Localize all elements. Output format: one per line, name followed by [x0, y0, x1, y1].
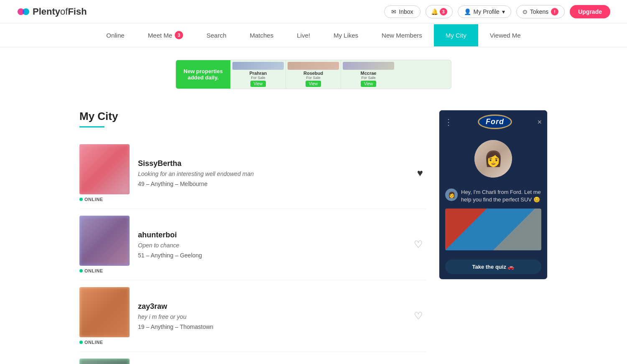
chevron-down-icon: ▾ [502, 8, 505, 15]
avatar-wrap-4 [79, 359, 130, 364]
ford-logo: Ford [478, 115, 512, 129]
avatar-4 [79, 359, 130, 364]
avatar-wrap-1: ONLINE [79, 144, 130, 202]
member-bio-3: hey i m free or you [138, 313, 426, 320]
member-name-3: zay3raw [138, 302, 426, 311]
notifications-button[interactable]: 🔔 3 [426, 5, 453, 18]
ad-banner: New properties added daily. Prahran For … [176, 60, 451, 89]
online-dot-1 [79, 198, 83, 201]
nav-mylikes-label: My Likes [334, 32, 358, 39]
ad-chat-bubble: Hey, I'm Charli from Ford. Let me help y… [461, 188, 541, 204]
member-card-zay3raw[interactable]: ONLINE zay3raw hey i m free or you 19 – … [79, 280, 426, 352]
nav-matches-label: Matches [250, 32, 274, 39]
ad-car-image [445, 209, 541, 250]
online-dot-2 [79, 269, 83, 272]
nav-meetme-label: Meet Me [148, 32, 172, 39]
nav-item-live[interactable]: Live! [285, 24, 322, 46]
ad-card-header: ⋮ Ford ✕ [439, 110, 547, 133]
bell-icon: 🔔 [431, 8, 438, 15]
nav-viewedme-label: Viewed Me [490, 32, 521, 39]
main-nav: Online Meet Me 3 Search Matches Live! My… [0, 23, 627, 47]
right-panel: ⋮ Ford ✕ 👩 👩 Hey, I'm Charli from Ford. … [439, 110, 548, 364]
online-status-1: ONLINE [79, 197, 130, 202]
online-dot-3 [79, 341, 83, 344]
title-underline [79, 126, 104, 127]
ad-tagline: New properties added daily. [176, 60, 230, 89]
ad-property-3[interactable]: Mccrae For Sale View [341, 60, 396, 89]
inbox-label: Inbox [399, 8, 413, 15]
avatar-2 [79, 216, 130, 266]
notification-badge: 3 [440, 8, 447, 15]
online-status-2: ONLINE [79, 268, 130, 273]
ad-property-2[interactable]: Rosebud For Sale View [285, 60, 341, 89]
ad-chat-section: 👩 Hey, I'm Charli from Ford. Let me help… [439, 184, 547, 255]
member-card-felix2p[interactable]: felix2p Hello 27 – Anything – Melbourne … [79, 352, 426, 364]
avatar-wrap-2: ONLINE [79, 216, 130, 273]
heart-button-1[interactable]: ♥ [414, 164, 426, 182]
nav-item-newmembers[interactable]: New Members [370, 24, 434, 46]
member-meta-3: 19 – Anything – Thomastown [138, 323, 426, 330]
avatar-3 [79, 287, 130, 337]
nav-search-label: Search [206, 32, 227, 39]
upgrade-button[interactable]: Upgrade [570, 5, 610, 18]
heart-button-2[interactable]: ♡ [410, 235, 426, 254]
member-name-1: SissyBertha [138, 159, 426, 168]
nav-item-mylikes[interactable]: My Likes [322, 24, 370, 46]
nav-live-label: Live! [297, 32, 310, 39]
nav-online-label: Online [106, 32, 124, 39]
nav-item-search[interactable]: Search [195, 24, 238, 46]
ad-property-1[interactable]: Prahran For Sale View [230, 60, 285, 89]
nav-item-online[interactable]: Online [94, 24, 136, 46]
left-panel: My City ONLINE SissyBertha Looking for a… [79, 110, 426, 364]
ad-close-icon[interactable]: ✕ [537, 119, 542, 125]
ad-chat-avatar: 👩 [445, 188, 458, 201]
header: PlentyofFish ✉ Inbox 🔔 3 👤 My Profile ▾ … [0, 0, 627, 23]
tokens-alert-badge: ! [551, 8, 558, 15]
header-actions: ✉ Inbox 🔔 3 👤 My Profile ▾ ⊙ Tokens ! Up… [384, 5, 610, 18]
tokens-icon: ⊙ [522, 8, 528, 15]
member-bio-2: Open to chance [138, 242, 426, 249]
nav-item-meetme[interactable]: Meet Me 3 [136, 23, 195, 47]
member-card-ahunterboi[interactable]: ONLINE ahunterboi Open to chance 51 – An… [79, 209, 426, 280]
member-info-3: zay3raw hey i m free or you 19 – Anythin… [138, 302, 426, 330]
member-bio-1: Looking for an interesting well endowed … [138, 171, 426, 177]
nav-item-mycity[interactable]: My City [434, 24, 478, 46]
member-info-1: SissyBertha Looking for an interesting w… [138, 159, 426, 187]
my-profile-label: My Profile [474, 8, 500, 15]
main-content: My City ONLINE SissyBertha Looking for a… [63, 102, 564, 364]
page-title: My City [79, 110, 426, 123]
nav-item-viewedme[interactable]: Viewed Me [478, 24, 533, 46]
avatar-1 [79, 144, 130, 194]
inbox-icon: ✉ [391, 8, 396, 15]
avatar-wrap-3: ONLINE [79, 287, 130, 345]
inbox-button[interactable]: ✉ Inbox [384, 5, 420, 18]
tokens-button[interactable]: ⊙ Tokens ! [516, 5, 565, 18]
meetme-badge: 3 [175, 31, 183, 39]
member-info-2: ahunterboi Open to chance 51 – Anything … [138, 231, 426, 259]
online-status-3: ONLINE [79, 340, 130, 345]
nav-newmembers-label: New Members [382, 32, 422, 39]
ad-charli-avatar: 👩 [474, 140, 512, 178]
ad-quiz-button[interactable]: Take the quiz 🚗 [445, 260, 541, 274]
ad-avatar-wrap: 👩 [439, 133, 547, 184]
ford-ad-card: ⋮ Ford ✕ 👩 👩 Hey, I'm Charli from Ford. … [439, 110, 548, 280]
nav-mycity-label: My City [446, 32, 466, 39]
member-meta-1: 49 – Anything – Melbourne [138, 181, 426, 187]
member-meta-2: 51 – Anything – Geelong [138, 252, 426, 259]
heart-button-3[interactable]: ♡ [410, 307, 426, 325]
user-icon: 👤 [464, 8, 471, 15]
logo-text: PlentyofFish [33, 6, 87, 17]
ad-more-icon[interactable]: ⋮ [444, 117, 453, 127]
member-name-2: ahunterboi [138, 231, 426, 239]
nav-item-matches[interactable]: Matches [238, 24, 285, 46]
my-profile-button[interactable]: 👤 My Profile ▾ [458, 5, 511, 18]
member-card-sissybertha[interactable]: ONLINE SissyBertha Looking for an intere… [79, 137, 426, 209]
tokens-label: Tokens [530, 8, 548, 15]
ad-chat-row: 👩 Hey, I'm Charli from Ford. Let me help… [445, 188, 541, 204]
logo[interactable]: PlentyofFish [17, 5, 87, 18]
